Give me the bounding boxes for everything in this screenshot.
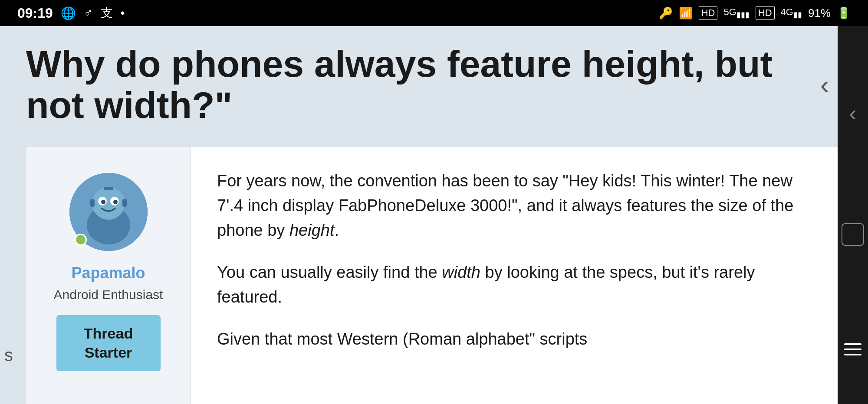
status-time: 09:19 [17,5,53,21]
status-bar-left: 09:19 🌐 ♂ 支 • [17,5,125,21]
left-partial-text: s [0,341,17,369]
user-role: Android Enthusiast [54,287,163,302]
main-content: Why do phones always feature height, but… [0,26,868,404]
signal-4g-icon: 4G▮▮ [781,7,802,20]
online-indicator [75,234,87,246]
page-title: Why do phones always feature height, but… [26,43,842,125]
yuan-icon: 支 [101,5,113,21]
svg-point-2 [92,187,125,220]
hd-badge2: HD [756,6,775,20]
dot-icon: • [121,6,125,20]
battery-icon: 🔋 [837,7,851,20]
post-content: For years now, the convention has been t… [191,147,842,404]
svg-rect-9 [104,187,113,190]
status-bar-right: 🔑 📶 HD 5G▮▮▮ HD 4G▮▮ 91% 🔋 [659,6,851,20]
wifi-icon: 📶 [679,7,693,20]
signal-5g-icon: 5G▮▮▮ [723,7,749,20]
hd-badge: HD [699,6,718,20]
person-icon: ♂ [84,6,93,20]
post-card: Papamalo Android Enthusiast Thread Start… [26,147,842,404]
avatar-container [69,173,148,251]
back-button[interactable]: ‹ [807,61,842,108]
menu-line-2 [844,349,861,350]
svg-rect-7 [90,199,95,207]
post-paragraph-3: Given that most Western (Roman alphabet"… [217,327,816,352]
svg-point-6 [113,200,118,204]
globe-icon: 🌐 [61,6,76,20]
svg-point-5 [101,200,105,204]
key-icon: 🔑 [659,7,673,20]
thread-starter-badge: Thread Starter [56,315,161,371]
menu-line-3 [844,354,861,355]
title-area: Why do phones always feature height, but… [26,43,842,125]
battery-percentage: 91% [808,7,831,20]
android-nav-bar: ‹ [838,26,868,404]
menu-button[interactable] [844,343,861,355]
svg-rect-8 [122,199,127,207]
username[interactable]: Papamalo [71,264,145,282]
user-sidebar: Papamalo Android Enthusiast Thread Start… [26,147,191,404]
nav-back-icon[interactable]: ‹ [849,101,857,126]
status-bar: 09:19 🌐 ♂ 支 • 🔑 📶 HD 5G▮▮▮ HD 4G▮▮ 91% 🔋 [0,0,868,26]
menu-line-1 [844,343,861,345]
post-paragraph-1: For years now, the convention has been t… [217,169,816,243]
home-button-icon[interactable] [842,223,864,246]
post-paragraph-2: You can usually easily find the width by… [217,260,816,310]
